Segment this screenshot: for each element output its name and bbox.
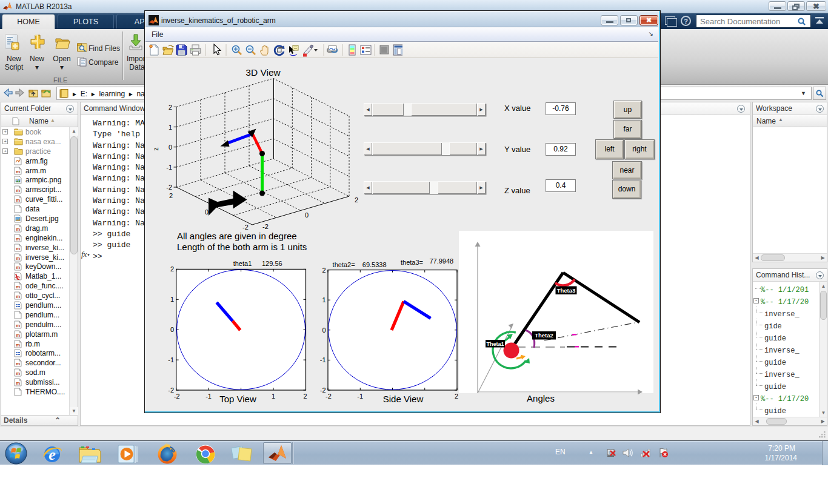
svg-text:-1: -1 — [166, 164, 172, 171]
svg-text:Theta3: Theta3 — [557, 287, 576, 294]
svg-text:-2: -2 — [262, 223, 269, 230]
svg-text:m: m — [16, 371, 20, 376]
svg-text:1: 1 — [169, 124, 172, 131]
svg-text:129.56: 129.56 — [262, 260, 282, 267]
svg-text:All angles are given in degree: All angles are given in degree — [177, 231, 297, 241]
svg-text:m: m — [16, 256, 20, 261]
svg-text:Top View: Top View — [219, 394, 256, 404]
svg-text:theta3=: theta3= — [401, 259, 423, 266]
svg-text:m: m — [16, 265, 20, 270]
svg-text:m: m — [16, 294, 20, 299]
svg-text:0: 0 — [305, 211, 309, 219]
svg-text:1: 1 — [170, 296, 174, 303]
svg-text:Angles: Angles — [527, 393, 555, 403]
svg-text:3D View: 3D View — [245, 67, 281, 78]
svg-text:Theta1: Theta1 — [486, 341, 504, 347]
svg-text:0: 0 — [205, 208, 209, 216]
svg-text:-2: -2 — [168, 386, 174, 394]
svg-text:theta2=: theta2= — [333, 261, 355, 268]
svg-text:m: m — [16, 361, 20, 366]
svg-text:-1: -1 — [320, 356, 326, 363]
svg-text:2: 2 — [322, 267, 326, 274]
svg-text:m: m — [16, 169, 20, 174]
svg-text:-2: -2 — [320, 386, 326, 394]
svg-text:2: 2 — [355, 196, 358, 204]
svg-text:m: m — [16, 236, 20, 242]
svg-text:2: 2 — [170, 265, 174, 273]
svg-text:77.9948: 77.9948 — [429, 257, 453, 265]
svg-text:Length of the both arm is 1 un: Length of the both arm is 1 units — [177, 242, 307, 252]
svg-text:-1: -1 — [357, 393, 363, 400]
svg-text:-2: -2 — [174, 393, 180, 400]
svg-text:-1: -1 — [205, 393, 212, 400]
svg-text:m: m — [16, 333, 20, 338]
svg-text:m: m — [16, 342, 20, 348]
svg-text:m: m — [16, 197, 20, 203]
svg-text:-2: -2 — [326, 393, 332, 400]
svg-text:Theta2: Theta2 — [535, 332, 553, 339]
svg-text:m: m — [16, 323, 20, 328]
svg-text:z: z — [152, 147, 159, 151]
svg-text:2: 2 — [455, 393, 458, 400]
svg-text:m: m — [16, 227, 20, 232]
svg-text:0: 0 — [170, 326, 174, 333]
svg-text:m: m — [16, 188, 20, 193]
svg-text:theta1: theta1 — [233, 260, 252, 267]
svg-text:m: m — [16, 284, 20, 290]
svg-text:69.5338: 69.5338 — [362, 261, 387, 268]
svg-text:2: 2 — [169, 104, 172, 111]
svg-text:m: m — [16, 380, 20, 386]
svg-text:1: 1 — [322, 296, 326, 303]
svg-text:-2: -2 — [166, 184, 172, 191]
svg-text:m: m — [16, 246, 20, 251]
svg-text:Side View: Side View — [383, 394, 424, 404]
svg-text:1: 1 — [272, 393, 275, 400]
svg-text:-2: -2 — [242, 224, 249, 231]
svg-text:2: 2 — [169, 192, 173, 199]
svg-text:0: 0 — [169, 144, 172, 151]
svg-text:2: 2 — [303, 393, 307, 400]
svg-text:0: 0 — [322, 327, 326, 334]
svg-text:-1: -1 — [168, 356, 174, 363]
